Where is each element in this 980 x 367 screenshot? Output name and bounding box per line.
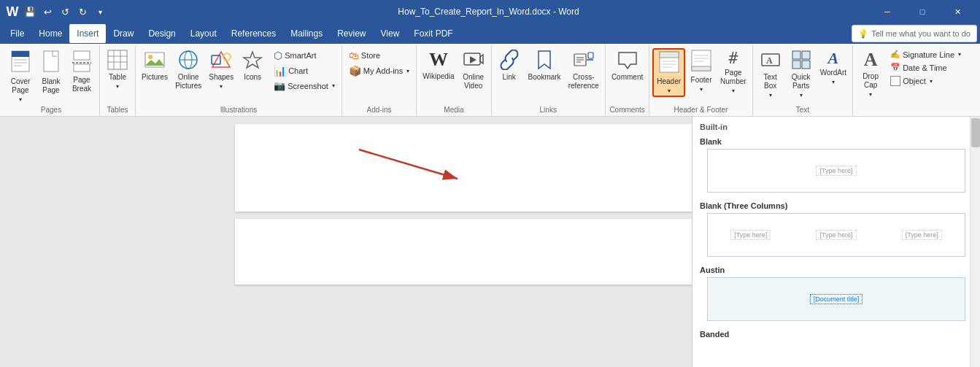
pictures-button[interactable]: Pictures (139, 48, 171, 83)
close-button[interactable]: ✕ (941, 0, 974, 23)
maximize-button[interactable]: □ (906, 0, 939, 23)
signature-line-label: Signature Line (903, 50, 954, 59)
header-blank-preview: [Type here] (707, 149, 965, 193)
link-button[interactable]: Link (495, 48, 524, 83)
pages-group-label: Pages (6, 104, 96, 116)
menu-design[interactable]: Design (141, 24, 182, 43)
svg-marker-22 (244, 52, 261, 68)
links-group-items: Link Bookmark Cross-reference (495, 45, 602, 104)
icons-button[interactable]: Icons (238, 48, 267, 83)
link-label: Link (502, 73, 515, 82)
comment-icon (617, 50, 638, 72)
menu-draw[interactable]: Draw (106, 24, 141, 43)
redo-button[interactable]: ↺ (58, 5, 72, 18)
media-group-label: Media (420, 104, 487, 116)
drop-cap-button[interactable]: A DropCap ▾ (856, 48, 885, 99)
header-label: Header (657, 77, 681, 86)
table-label: Table (109, 73, 126, 82)
ribbon-group-links: Link Bookmark Cross-reference Links (492, 45, 606, 116)
header-button[interactable]: Header ▾ (652, 48, 685, 97)
header-three-col-item[interactable]: Blank (Three Columns) [Type here] [Type … (692, 198, 980, 263)
page-number-chevron: ▾ (732, 88, 735, 94)
signature-chevron: ▾ (958, 51, 961, 58)
footer-button[interactable]: Footer ▾ (687, 48, 716, 94)
menu-view[interactable]: View (374, 24, 407, 43)
cross-reference-button[interactable]: Cross-reference (566, 48, 602, 92)
menu-bar: File Home Insert Draw Design Layout Refe… (0, 23, 980, 44)
blank-page-button[interactable]: BlankPage (36, 48, 66, 96)
object-label: Object (903, 77, 926, 85)
menu-mailings[interactable]: Mailings (283, 24, 330, 43)
bookmark-label: Bookmark (528, 73, 561, 82)
header-dropdown-panel: Built-in Blank [Type here] Blank (Three … (692, 117, 980, 367)
screenshot-button[interactable]: 📷 Screenshot ▾ (270, 79, 339, 93)
svg-rect-45 (802, 51, 810, 59)
header-blank-item[interactable]: Blank [Type here] (692, 134, 980, 198)
title-bar-left: W 💾 ↩ ↺ ↻ ▾ (6, 5, 107, 18)
three-col-placeholder-2: [Type here] (816, 230, 856, 240)
online-video-button[interactable]: OnlineVideo (459, 48, 488, 92)
window-controls: ─ □ ✕ (871, 0, 974, 23)
table-icon (107, 50, 128, 72)
customize-qat-button[interactable]: ▾ (93, 5, 107, 18)
repeat-button[interactable]: ↻ (76, 5, 89, 18)
date-time-button[interactable]: 📅 Date & Time (887, 61, 965, 74)
table-button[interactable]: Table ▾ (103, 48, 132, 91)
online-pictures-icon (178, 50, 198, 72)
object-button[interactable]: Object ▾ (887, 74, 965, 88)
header-austin-title: Austin (700, 266, 973, 274)
comments-group-items: Comment (609, 45, 646, 104)
drop-cap-label: DropCap (863, 72, 879, 90)
header-banded-item[interactable]: Banded (692, 327, 980, 343)
header-austin-item[interactable]: Austin [Document title] (692, 263, 980, 327)
quick-parts-button[interactable]: QuickParts ▾ (787, 48, 816, 100)
store-label: Store (361, 51, 380, 60)
addins-group-label: Add-ins (345, 104, 413, 116)
menu-references[interactable]: References (224, 24, 283, 43)
svg-rect-38 (692, 66, 711, 71)
illustrations-group-label: Illustrations (139, 104, 339, 116)
wikipedia-button[interactable]: W Wikipedia (420, 48, 457, 82)
doc-page-1 (235, 124, 746, 212)
ribbon-group-tables: Table ▾ Tables (100, 45, 136, 116)
illustrations-group-items: Pictures OnlinePictures Shapes ▾ Icons (139, 45, 339, 104)
minimize-button[interactable]: ─ (871, 0, 904, 23)
save-button[interactable]: 💾 (23, 5, 36, 18)
comment-button[interactable]: Comment (609, 48, 646, 83)
wordart-button[interactable]: A WordArt ▾ (817, 48, 850, 87)
smartart-label: SmartArt (285, 51, 316, 60)
page-break-button[interactable]: PageBreak (67, 48, 96, 95)
menu-foxit[interactable]: Foxit PDF (406, 24, 460, 43)
signature-line-button[interactable]: ✍ Signature Line ▾ (887, 48, 965, 61)
online-pictures-button[interactable]: OnlinePictures (172, 48, 204, 92)
my-addins-button[interactable]: 📦 My Add-ins ▾ (345, 63, 413, 78)
menu-layout[interactable]: Layout (183, 24, 224, 43)
header-austin-preview: [Document title] (707, 277, 965, 321)
shapes-button[interactable]: Shapes ▾ (206, 48, 236, 91)
menu-insert[interactable]: Insert (69, 24, 106, 43)
tell-me-input[interactable]: 💡 Tell me what you want to do (852, 25, 977, 42)
screenshot-chevron: ▾ (332, 82, 335, 89)
smartart-icon: ⬡ (274, 50, 282, 61)
chart-button[interactable]: 📊 Chart (270, 63, 339, 78)
undo-button[interactable]: ↩ (41, 5, 54, 18)
date-time-label: Date & Time (903, 63, 947, 72)
svg-rect-9 (108, 50, 127, 69)
object-icon (890, 76, 900, 86)
cover-page-chevron: ▾ (19, 96, 22, 103)
menu-file[interactable]: File (3, 24, 31, 43)
menu-home[interactable]: Home (31, 24, 69, 43)
cover-page-button[interactable]: CoverPage ▾ (6, 48, 35, 104)
tell-me-text: Tell me what you want to do (871, 29, 971, 38)
smartart-button[interactable]: ⬡ SmartArt (270, 48, 339, 63)
store-button[interactable]: 🛍 Store (345, 48, 413, 63)
misc-group-items: A DropCap ▾ ✍ Signature Line ▾ 📅 Date & … (856, 45, 965, 104)
cover-page-label: CoverPage (11, 77, 31, 95)
dropdown-scrollbar[interactable] (970, 117, 980, 367)
text-box-button[interactable]: A TextBox ▾ (756, 48, 785, 100)
three-col-placeholder-3: [Type here] (902, 230, 942, 240)
page-number-button[interactable]: # PageNumber ▾ (717, 48, 749, 96)
menu-review[interactable]: Review (330, 24, 373, 43)
bookmark-button[interactable]: Bookmark (525, 48, 564, 83)
text-box-icon: A (760, 50, 781, 72)
